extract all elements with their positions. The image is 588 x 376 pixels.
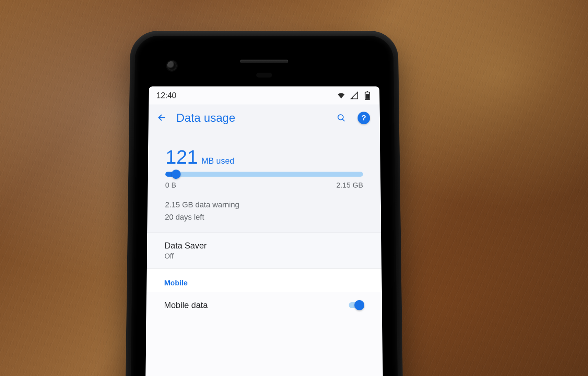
usage-notes: 2.15 GB data warning 20 days left: [165, 199, 363, 224]
data-saver-row[interactable]: Data Saver Off: [147, 233, 381, 268]
cellular-signal-icon: [350, 91, 359, 100]
toggle-knob: [354, 300, 364, 310]
section-header-mobile: Mobile: [146, 269, 382, 292]
usage-amount-number: 121: [165, 145, 198, 168]
mobile-data-title: Mobile data: [164, 300, 208, 310]
usage-scale-max: 2.15 GB: [336, 181, 363, 189]
usage-summary[interactable]: 121 MB used 0 B 2.15 GB 2.15 GB: [147, 131, 381, 233]
svg-rect-2: [366, 94, 369, 99]
earpiece: [240, 60, 288, 63]
sensor-pill: [256, 73, 272, 78]
usage-progress: [165, 172, 363, 177]
help-icon: ?: [357, 112, 370, 124]
search-icon: [337, 113, 345, 123]
data-saver-title: Data Saver: [165, 241, 207, 251]
usage-scale: 0 B 2.15 GB: [165, 181, 363, 189]
phone-bezel: 12:40: [130, 36, 398, 376]
status-bar: 12:40: [149, 86, 379, 104]
usage-days-left: 20 days left: [165, 211, 363, 223]
device-screen: 12:40: [145, 86, 383, 376]
status-time: 12:40: [156, 91, 176, 100]
status-icons: [337, 91, 372, 100]
front-camera: [167, 61, 177, 71]
usage-amount-unit: MB used: [201, 156, 234, 166]
data-saver-status: Off: [164, 252, 207, 260]
app-bar: Data usage ?: [149, 104, 380, 131]
mobile-data-row[interactable]: Mobile data: [146, 292, 382, 318]
usage-warning-text: 2.15 GB data warning: [165, 199, 363, 211]
help-button[interactable]: ?: [355, 110, 372, 127]
usage-progress-track: [165, 172, 363, 177]
usage-scale-min: 0 B: [165, 181, 176, 189]
arrow-left-icon: [157, 113, 166, 123]
usage-amount: 121 MB used: [165, 145, 234, 168]
back-button[interactable]: [153, 110, 170, 127]
wifi-icon: [337, 91, 345, 100]
page-title: Data usage: [176, 111, 236, 125]
phone-frame: 12:40: [125, 31, 404, 376]
search-button[interactable]: [333, 110, 350, 127]
usage-progress-knob: [172, 169, 181, 179]
battery-icon: [363, 91, 372, 100]
mobile-data-toggle[interactable]: [346, 300, 364, 310]
